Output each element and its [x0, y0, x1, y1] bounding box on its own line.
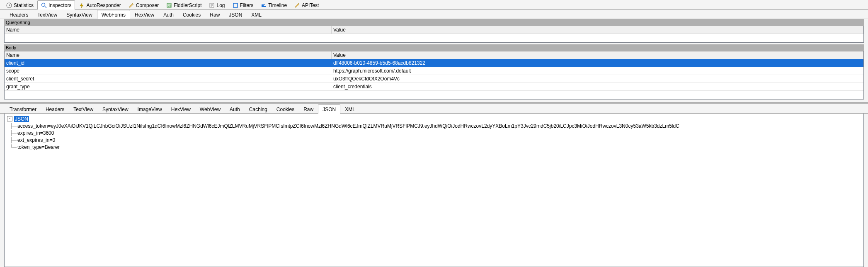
- request-tab-raw[interactable]: Raw: [205, 10, 224, 19]
- response-tab-raw[interactable]: Raw: [299, 104, 318, 114]
- request-tab-textview[interactable]: TextView: [33, 10, 62, 19]
- clock-icon: [6, 2, 12, 8]
- querystring-col-name[interactable]: Name: [5, 26, 332, 34]
- response-tab-label: Cookies: [276, 107, 294, 112]
- json-tree-item-label[interactable]: expires_in=3600: [17, 130, 55, 136]
- top-tab-fiddlerscript[interactable]: JSFiddlerScript: [162, 0, 205, 10]
- pencil-icon: [129, 2, 134, 8]
- response-tab-label: Headers: [46, 107, 64, 112]
- response-tab-imageview[interactable]: ImageView: [133, 104, 167, 114]
- top-tab-inspectors[interactable]: Inspectors: [37, 0, 75, 10]
- querystring-grid[interactable]: Name Value: [4, 26, 864, 43]
- body-cell-value[interactable]: uxO3frQOekCfdOfX2Oom4Vc: [332, 75, 863, 83]
- request-tab-label: Headers: [10, 12, 28, 18]
- body-row[interactable]: client_secretuxO3frQOekCfdOfX2Oom4Vc: [5, 75, 863, 83]
- request-tab-auth[interactable]: Auth: [159, 10, 178, 19]
- response-tab-json[interactable]: JSON: [318, 104, 340, 114]
- response-tab-label: WebView: [200, 107, 221, 112]
- response-tab-label: SyntaxView: [102, 107, 128, 112]
- request-tab-json[interactable]: JSON: [224, 10, 247, 19]
- body-empty-area[interactable]: [5, 91, 863, 99]
- json-tree-item[interactable]: ├─expires_in=3600: [7, 129, 863, 136]
- request-tab-label: WebForms: [102, 12, 126, 18]
- response-tab-textview[interactable]: TextView: [69, 104, 98, 114]
- response-tab-label: Raw: [303, 107, 313, 112]
- tree-connector-icon: ├─: [7, 130, 17, 136]
- response-tab-cookies[interactable]: Cookies: [272, 104, 299, 114]
- response-tab-transformer[interactable]: Transformer: [5, 104, 41, 114]
- request-tab-label: XML: [251, 12, 262, 18]
- json-tree-root-label[interactable]: JSON: [14, 116, 29, 122]
- body-cell-value[interactable]: https://graph.microsoft.com/.default: [332, 67, 863, 75]
- response-tab-label: TextView: [73, 107, 93, 112]
- response-tab-xml[interactable]: XML: [340, 104, 360, 114]
- body-cell-name[interactable]: grant_type: [5, 83, 332, 90]
- top-tab-composer[interactable]: Composer: [125, 0, 162, 10]
- request-tab-label: Cookies: [183, 12, 201, 18]
- tree-toggle-icon[interactable]: -: [7, 116, 12, 121]
- json-tree-item[interactable]: └─token_type=Bearer: [7, 143, 863, 150]
- body-col-name[interactable]: Name: [5, 51, 332, 59]
- querystring-empty-area[interactable]: [5, 34, 863, 42]
- response-tab-caching[interactable]: Caching: [245, 104, 272, 114]
- magnifier-icon: [41, 2, 47, 8]
- top-tab-statistics[interactable]: Statistics: [2, 0, 37, 10]
- request-tab-webforms[interactable]: WebForms: [97, 10, 130, 19]
- top-tab-filters[interactable]: Filters: [229, 0, 257, 10]
- json-tree[interactable]: -JSON├─access_token=eyJ0eXAiOiJKV1QiLCJh…: [4, 114, 864, 267]
- body-grid[interactable]: Name Value client_iddff48006-b010-4859-b…: [4, 51, 864, 100]
- request-tab-syntaxview[interactable]: SyntaxView: [62, 10, 97, 19]
- body-cell-value[interactable]: client_credentials: [332, 83, 863, 90]
- top-tab-label: APITest: [302, 2, 319, 8]
- request-tab-label: Raw: [210, 12, 220, 18]
- tree-connector-icon: ├─: [7, 123, 17, 129]
- pencil-icon: [294, 2, 300, 8]
- body-section-header: Body: [4, 44, 864, 51]
- response-tab-label: XML: [345, 107, 355, 112]
- request-tab-label: SyntaxView: [66, 12, 92, 18]
- request-tab-xml[interactable]: XML: [247, 10, 266, 19]
- response-tab-label: ImageView: [138, 107, 162, 112]
- body-cell-name[interactable]: client_id: [5, 59, 332, 67]
- request-tab-cookies[interactable]: Cookies: [178, 10, 205, 19]
- json-tree-item-label[interactable]: token_type=Bearer: [17, 144, 61, 150]
- request-tab-headers[interactable]: Headers: [5, 10, 33, 19]
- svg-text:JS: JS: [168, 4, 172, 7]
- response-subtabs: TransformerHeadersTextViewSyntaxViewImag…: [0, 104, 868, 114]
- top-tab-apitest[interactable]: APITest: [291, 0, 322, 10]
- body-row[interactable]: scopehttps://graph.microsoft.com/.defaul…: [5, 67, 863, 75]
- json-tree-root[interactable]: -JSON: [7, 115, 863, 122]
- timeline-icon: [261, 2, 267, 8]
- top-tab-log[interactable]: Log: [205, 0, 228, 10]
- response-tab-hexview[interactable]: HexView: [167, 104, 195, 114]
- square-icon: [233, 2, 238, 8]
- json-tree-item[interactable]: ├─access_token=eyJ0eXAiOiJKV1QiLCJhbGciO…: [7, 122, 863, 129]
- top-tab-label: Statistics: [14, 2, 34, 8]
- body-cell-name[interactable]: scope: [5, 67, 332, 75]
- response-tab-headers[interactable]: Headers: [41, 104, 69, 114]
- response-tab-label: Auth: [230, 107, 240, 112]
- json-tree-item-label[interactable]: access_token=eyJ0eXAiOiJKV1QiLCJhbGciOiJ…: [17, 123, 680, 129]
- body-row[interactable]: client_iddff48006-b010-4859-b5d5-68acdb8…: [5, 59, 863, 67]
- request-tab-hexview[interactable]: HexView: [130, 10, 159, 19]
- body-cell-name[interactable]: client_secret: [5, 75, 332, 83]
- svg-point-1: [42, 3, 45, 6]
- request-tab-label: HexView: [135, 12, 154, 18]
- json-tree-item-label[interactable]: ext_expires_in=0: [17, 137, 56, 143]
- body-cell-value[interactable]: dff48006-b010-4859-b5d5-68acdb821322: [332, 59, 863, 67]
- body-row[interactable]: grant_typeclient_credentials: [5, 83, 863, 91]
- response-tab-auth[interactable]: Auth: [225, 104, 245, 114]
- querystring-col-value[interactable]: Value: [332, 26, 863, 34]
- tree-connector-icon: ├─: [7, 137, 17, 143]
- response-tab-label: JSON: [322, 107, 336, 112]
- top-tab-autoresponder[interactable]: AutoResponder: [75, 0, 124, 10]
- body-col-value[interactable]: Value: [332, 51, 863, 59]
- response-tab-label: Transformer: [10, 107, 36, 112]
- json-tree-item[interactable]: ├─ext_expires_in=0: [7, 136, 863, 143]
- response-tab-webview[interactable]: WebView: [195, 104, 225, 114]
- top-tab-timeline[interactable]: Timeline: [257, 0, 291, 10]
- top-tab-label: Timeline: [268, 2, 287, 8]
- response-tab-syntaxview[interactable]: SyntaxView: [98, 104, 133, 114]
- top-tab-label: Inspectors: [48, 2, 71, 8]
- request-subtabs: HeadersTextViewSyntaxViewWebFormsHexView…: [0, 10, 868, 19]
